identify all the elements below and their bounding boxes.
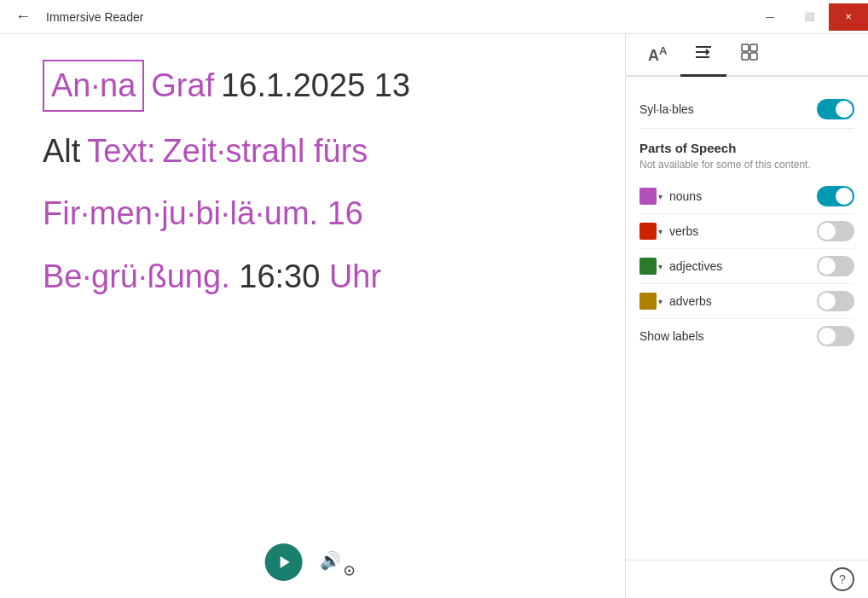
svg-rect-7	[742, 44, 749, 51]
nouns-left: ▾ nouns	[639, 188, 702, 205]
reader-content: An·naGraf16.1.2025 13 AltText:Zeit·strah…	[0, 34, 625, 598]
verbs-toggle[interactable]	[817, 221, 854, 241]
right-panel: AA	[625, 34, 868, 598]
verbs-label: verbs	[669, 224, 698, 238]
text-word: Text:	[87, 133, 155, 169]
help-button[interactable]: ?	[830, 567, 854, 591]
syllables-toggle[interactable]	[817, 99, 854, 119]
reader-line-1: An·naGraf16.1.2025 13	[43, 60, 582, 112]
anna-word: An·na	[43, 60, 144, 112]
adverbs-color-swatch	[639, 293, 657, 310]
nouns-toggle[interactable]	[817, 186, 854, 206]
adjectives-chevron: ▾	[658, 262, 663, 271]
svg-rect-9	[742, 53, 749, 60]
svg-marker-0	[280, 556, 289, 568]
reading-prefs-icon	[694, 43, 713, 66]
adverbs-label: adverbs	[669, 294, 712, 308]
adjectives-row: ▾ adjectives	[639, 249, 854, 284]
pos-note: Not available for some of this content.	[639, 159, 854, 171]
adverbs-color-dropdown[interactable]: ▾	[639, 293, 663, 310]
reader-line-4: Be·grü·ßung. 16:30 Uhr	[43, 254, 582, 299]
adjectives-color-dropdown[interactable]: ▾	[639, 258, 663, 275]
verbs-row: ▾ verbs	[639, 214, 854, 249]
alt-word: Alt	[43, 133, 80, 169]
adjectives-color-swatch	[639, 258, 657, 275]
svg-rect-8	[750, 44, 757, 51]
reader-line-2: AltText:Zeit·strahl fürs	[43, 129, 582, 174]
nouns-label: nouns	[669, 189, 702, 203]
parts-of-speech-section: Parts of Speech Not available for some o…	[639, 141, 854, 353]
text-options-icon: AA	[648, 44, 667, 65]
app-title: Immersive Reader	[46, 10, 143, 24]
reader-line-3: Fir·men·ju·bi·lä·um. 16	[43, 191, 582, 236]
adverbs-toggle[interactable]	[817, 291, 854, 311]
panel-body: Syl·la·bles Parts of Speech Not availabl…	[626, 77, 868, 560]
nouns-color-swatch	[639, 188, 657, 205]
adjectives-label: adjectives	[669, 259, 722, 273]
syllables-label: Syl·la·bles	[639, 102, 694, 116]
grammar-icon	[740, 43, 759, 66]
uhr-word: Uhr	[329, 258, 381, 294]
date-text: 16.1.2025 13	[221, 67, 410, 103]
speaker-icon[interactable]: 🔊	[319, 548, 361, 577]
tab-grammar-options[interactable]	[726, 34, 773, 77]
minimize-button[interactable]: —	[750, 3, 790, 31]
firmenjubilaum-word: Fir·men·ju·bi·lä·um. 16	[43, 195, 363, 231]
close-button[interactable]: ✕	[829, 3, 868, 31]
nouns-row: ▾ nouns	[639, 179, 854, 214]
tab-reading-preferences[interactable]	[680, 34, 726, 77]
help-area: ?	[626, 560, 868, 598]
svg-text:🔊: 🔊	[319, 550, 340, 571]
nouns-chevron: ▾	[658, 192, 663, 201]
verbs-left: ▾ verbs	[639, 223, 698, 240]
pos-title: Parts of Speech	[639, 141, 854, 155]
nouns-color-dropdown[interactable]: ▾	[639, 188, 663, 205]
adverbs-row: ▾ adverbs	[639, 284, 854, 319]
show-labels-toggle[interactable]	[817, 326, 854, 346]
verbs-color-dropdown[interactable]: ▾	[639, 223, 663, 240]
adjectives-toggle[interactable]	[817, 256, 854, 276]
svg-rect-10	[750, 53, 757, 60]
show-labels-row: Show labels	[639, 319, 854, 353]
adverbs-left: ▾ adverbs	[639, 293, 712, 310]
svg-point-3	[348, 570, 350, 572]
time-text: 16:30	[230, 258, 329, 294]
show-labels-label: Show labels	[639, 329, 704, 343]
adjectives-left: ▾ adjectives	[639, 258, 722, 275]
restore-button[interactable]: ⬜	[790, 3, 829, 31]
play-button[interactable]	[264, 543, 302, 581]
panel-toolbar: AA	[626, 34, 868, 77]
zeitstrahl-word: Zeit·strahl fürs	[163, 133, 368, 169]
back-button[interactable]: ←	[10, 4, 36, 30]
syllables-row: Syl·la·bles	[639, 90, 854, 129]
tab-text-options[interactable]: AA	[634, 34, 680, 77]
graf-word: Graf	[151, 67, 214, 103]
adverbs-chevron: ▾	[658, 297, 663, 306]
verbs-color-swatch	[639, 223, 657, 240]
verbs-chevron: ▾	[658, 227, 663, 236]
begruessung-word: Be·grü·ßung.	[43, 258, 230, 294]
